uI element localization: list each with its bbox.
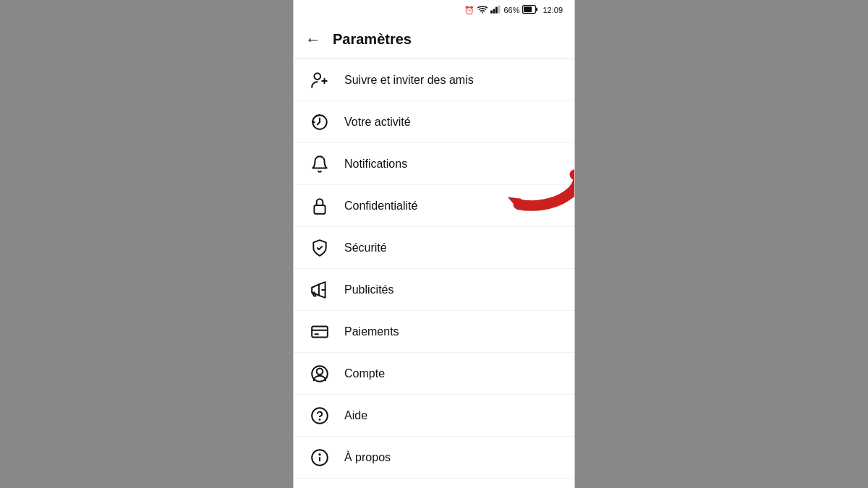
menu-label-privacy: Confidentialité [344,200,417,213]
wifi-icon [477,5,488,15]
menu-item-connections[interactable]: Connexions [294,479,574,488]
menu-label-notifications: Notifications [344,158,407,171]
menu-item-account[interactable]: Compte [294,353,574,395]
svg-rect-6 [524,7,532,12]
menu-item-notifications[interactable]: Notifications [294,143,574,185]
status-icons: ⏰ 66% [464,5,563,15]
back-button[interactable]: ← [305,32,321,48]
svg-point-8 [314,73,320,80]
status-bar: ⏰ 66% [294,0,574,20]
shield-icon [308,236,331,260]
svg-rect-4 [498,5,501,13]
svg-rect-13 [314,205,325,213]
signal-icon [490,5,501,15]
person-add-icon [308,69,331,92]
menu-item-payments[interactable]: Paiements [294,311,574,353]
svg-rect-7 [536,8,537,12]
menu-item-security[interactable]: Sécurité [294,227,574,269]
menu-item-help[interactable]: Aide [294,395,574,437]
menu-label-activity: Votre activité [344,116,411,129]
battery-icon [522,5,538,15]
svg-marker-14 [508,194,523,210]
svg-point-0 [482,12,484,14]
menu-item-activity[interactable]: Votre activité [294,101,574,143]
alarm-icon: ⏰ [464,6,475,15]
menu-label-follow: Suivre et inviter des amis [344,74,474,87]
battery-text: 66% [503,6,519,14]
svg-rect-19 [312,326,328,337]
activity-icon [308,111,331,134]
page-title: Paramètres [333,31,412,48]
menu-item-ads[interactable]: Publicités [294,269,574,311]
svg-point-23 [317,368,323,374]
menu-label-about: À propos [344,451,391,464]
lock-icon [308,194,331,218]
menu-label-help: Aide [344,409,367,422]
help-icon [308,404,331,427]
menu-label-ads: Publicités [344,283,393,296]
header: ← Paramètres [294,20,574,59]
account-icon [308,362,331,385]
menu-item-about[interactable]: À propos [294,437,574,479]
svg-rect-3 [495,7,498,14]
menu-label-security: Sécurité [344,241,387,254]
bell-icon [308,153,331,176]
menu-item-privacy[interactable]: Confidentialité [294,185,574,227]
menu-label-payments: Paiements [344,325,399,338]
time-display: 12:09 [542,6,563,14]
svg-point-24 [312,408,328,424]
info-icon [308,446,331,469]
menu-list: Suivre et inviter des amis Votre activit… [294,59,574,488]
card-icon [308,320,331,343]
phone-frame: ⏰ 66% [293,0,575,488]
menu-label-account: Compte [344,367,385,380]
svg-rect-2 [493,9,495,13]
svg-rect-1 [490,10,493,13]
megaphone-icon [308,278,331,301]
menu-item-follow[interactable]: Suivre et inviter des amis [294,59,574,101]
